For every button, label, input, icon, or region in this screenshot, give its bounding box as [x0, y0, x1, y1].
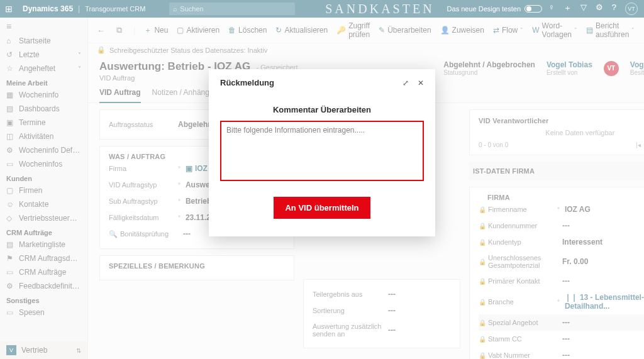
modal-backdrop: Rückmeldung ⤢ ✕ Kommentar Überarbeiten A…: [0, 0, 644, 359]
feedback-modal: Rückmeldung ⤢ ✕ Kommentar Überarbeiten A…: [209, 69, 435, 236]
popout-icon[interactable]: ⤢: [402, 79, 409, 87]
modal-title: Rückmeldung: [220, 78, 274, 87]
close-icon[interactable]: ✕: [418, 79, 424, 87]
submit-button[interactable]: An VID übermitteln: [274, 197, 370, 219]
modal-subtitle: Kommentar Überarbeiten: [220, 105, 424, 114]
comment-textarea[interactable]: [220, 121, 424, 181]
